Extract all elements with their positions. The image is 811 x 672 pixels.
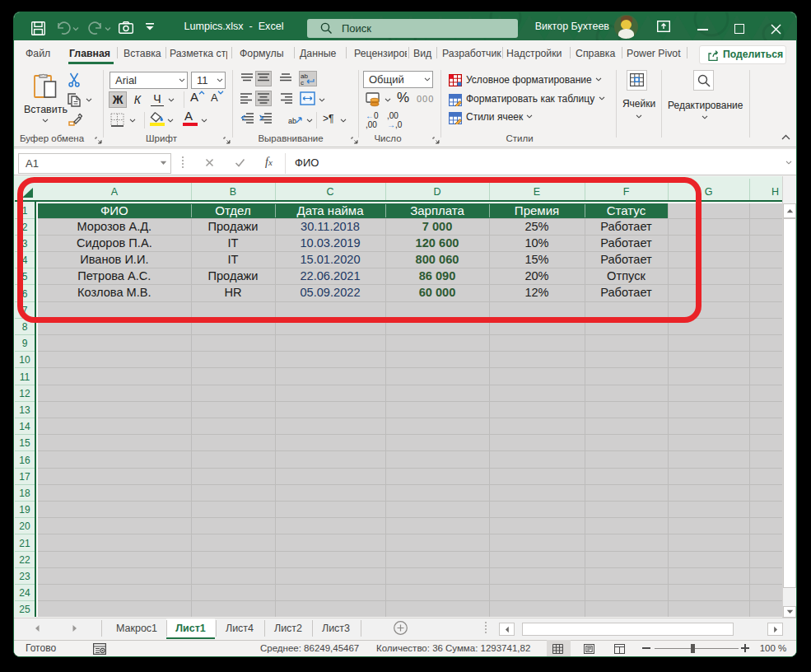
svg-text:ab: ab — [288, 117, 296, 125]
svg-text:c: c — [301, 79, 304, 86]
